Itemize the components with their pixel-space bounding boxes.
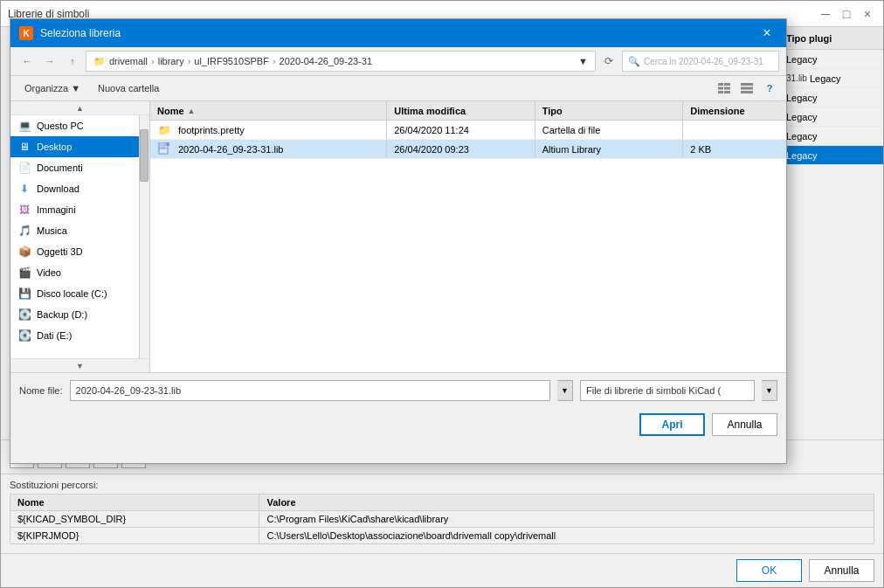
annulla-button[interactable]: Annulla bbox=[712, 413, 777, 436]
svg-rect-11 bbox=[741, 83, 753, 86]
apri-button[interactable]: Apri bbox=[639, 413, 705, 436]
sidebar-item-dati[interactable]: 💽 Dati (E:) bbox=[10, 325, 149, 346]
path-table-section: Sostituzioni percorsi: Nome Valore ${KIC… bbox=[1, 474, 883, 553]
path-part-3: 2020-04-26_09-23-31 bbox=[280, 56, 372, 66]
path-part-2: ul_IRF9510SPBF bbox=[194, 56, 269, 66]
path-name-0: ${KICAD_SYMBOL_DIR} bbox=[10, 511, 259, 528]
path-row-0: ${KICAD_SYMBOL_DIR} C:\Program Files\KiC… bbox=[10, 511, 874, 528]
svg-rect-12 bbox=[741, 87, 753, 90]
cancel-outer-button[interactable]: Annulla bbox=[809, 559, 874, 582]
folder-file-icon: 📁 bbox=[157, 123, 171, 137]
nav-bar: ← → ↑ 📁 drivemall › library › ul_IRF9510… bbox=[10, 47, 786, 76]
oggetti3d-icon: 📦 bbox=[17, 245, 31, 259]
forward-button[interactable]: → bbox=[40, 52, 59, 71]
file-type-col-0: Cartella di file bbox=[535, 121, 684, 139]
sidebar-item-download[interactable]: ⬇ Download bbox=[10, 178, 149, 199]
sidebar-item-label: Documenti bbox=[37, 163, 83, 173]
ok-button[interactable]: OK bbox=[736, 559, 802, 582]
sidebar-item-label: Immagini bbox=[37, 204, 76, 215]
table-row: 31.lib Legacy bbox=[779, 69, 883, 88]
dialog-close-button[interactable]: × bbox=[756, 23, 777, 44]
filetype-dropdown-btn[interactable]: ▼ bbox=[762, 380, 777, 401]
sidebar-item-label: Disco locale (C:) bbox=[37, 288, 107, 299]
svg-rect-15 bbox=[159, 142, 165, 149]
sidebar-scroll-down[interactable]: ▼ bbox=[10, 358, 149, 372]
immagini-icon: 🖼 bbox=[17, 203, 31, 217]
path-part-0: drivemall bbox=[109, 56, 148, 66]
help-button[interactable]: ? bbox=[760, 79, 779, 98]
dialog-app-icon: K bbox=[19, 26, 33, 40]
sidebar-item-oggetti3d[interactable]: 📦 Oggetti 3D bbox=[10, 241, 149, 262]
dati-icon: 💽 bbox=[17, 329, 31, 342]
file-name-col-0: 📁 footprints.pretty bbox=[150, 121, 387, 139]
col-name[interactable]: Nome ▲ bbox=[150, 101, 387, 120]
file-list-area: Nome ▲ Ultima modifica Tipo Dimensione 📁… bbox=[150, 101, 786, 372]
organizza-toolbar: Organizza ▼ Nuova cartella bbox=[10, 76, 786, 101]
path-value-0: C:\Program Files\KiCad\share\kicad\libra… bbox=[259, 511, 874, 528]
table-row: Legacy bbox=[779, 88, 883, 107]
col-type[interactable]: Tipo bbox=[535, 101, 684, 120]
col-value-header: Valore bbox=[259, 495, 874, 511]
video-icon: 🎬 bbox=[17, 266, 31, 280]
sidebar-item-video[interactable]: 🎬 Video bbox=[10, 262, 149, 283]
sidebar-item-label: Dati (E:) bbox=[37, 330, 72, 341]
view-details-button[interactable] bbox=[737, 79, 756, 98]
col-date[interactable]: Ultima modifica bbox=[387, 101, 535, 120]
sidebar-item-label: Musica bbox=[37, 225, 67, 236]
sidebar-scroll-up[interactable]: ▲ bbox=[10, 101, 149, 115]
sidebar-item-immagini[interactable]: 🖼 Immagini bbox=[10, 199, 149, 220]
seleziona-libreria-dialog: K Seleziona libreria × ← → ↑ 📁 drivemall… bbox=[10, 18, 787, 464]
nuova-cartella-button[interactable]: Nuova cartella bbox=[91, 81, 166, 95]
file-row-1[interactable]: 2020-04-26_09-23-31.lib 26/04/2020 09:23… bbox=[150, 140, 786, 159]
sidebar-item-label: Backup (D:) bbox=[37, 309, 87, 320]
sidebar-scroll-thumb[interactable] bbox=[140, 129, 148, 182]
sidebar-item-disco-locale[interactable]: 💾 Disco locale (C:) bbox=[10, 283, 149, 304]
organizza-button[interactable]: Organizza ▼ bbox=[17, 81, 87, 95]
dialog-title: Seleziona libreria bbox=[40, 27, 756, 39]
refresh-button[interactable]: ⟳ bbox=[599, 52, 618, 71]
file-list-header: Nome ▲ Ultima modifica Tipo Dimensione bbox=[150, 101, 786, 121]
up-button[interactable]: ↑ bbox=[63, 52, 82, 71]
col-size[interactable]: Dimensione bbox=[683, 101, 786, 120]
path-value-1: C:\Users\Lello\Desktop\associazione\boar… bbox=[259, 528, 874, 544]
bottom-buttons: OK Annulla bbox=[1, 553, 883, 587]
svg-rect-7 bbox=[718, 87, 723, 90]
sidebar-item-questo-pc[interactable]: 💻 Questo PC bbox=[10, 115, 149, 136]
backup-icon: 💽 bbox=[17, 308, 31, 322]
dialog-action-row: Apri Annulla bbox=[10, 408, 786, 441]
outer-minimize-button[interactable]: ─ bbox=[817, 5, 834, 23]
path-dropdown-btn[interactable]: ▼ bbox=[578, 56, 588, 66]
back-button[interactable]: ← bbox=[17, 52, 37, 71]
filename-dropdown-btn[interactable]: ▼ bbox=[557, 380, 573, 401]
address-bar[interactable]: 📁 drivemall › library › ul_IRF9510SPBF ›… bbox=[86, 51, 596, 72]
sidebar-item-label: Download bbox=[37, 183, 79, 194]
filetype-select[interactable]: File di librerie di simboli KiCad ( bbox=[580, 380, 755, 401]
path-folder-icon: 📁 bbox=[93, 56, 106, 67]
filename-input[interactable]: 2020-04-26_09-23-31.lib bbox=[70, 380, 550, 401]
sidebar-item-backup[interactable]: 💽 Backup (D:) bbox=[10, 304, 149, 325]
right-table: Tipo plugi Legacy 31.lib Legacy Legacy L… bbox=[778, 27, 883, 439]
search-icon: 🔍 bbox=[628, 56, 640, 67]
view-controls: ? bbox=[715, 79, 779, 98]
view-list-button[interactable] bbox=[715, 79, 734, 98]
sidebar-item-documenti[interactable]: 📄 Documenti bbox=[10, 157, 149, 178]
download-icon: ⬇ bbox=[17, 182, 31, 196]
file-row-0[interactable]: 📁 footprints.pretty 26/04/2020 11:24 Car… bbox=[150, 121, 786, 140]
file-date-col-1: 26/04/2020 09:23 bbox=[387, 140, 535, 158]
sidebar-scrollbar[interactable] bbox=[139, 115, 149, 358]
file-type-col-1: Altium Library bbox=[535, 140, 684, 158]
outer-close-button[interactable]: × bbox=[859, 5, 876, 23]
outer-maximize-button[interactable]: □ bbox=[838, 5, 855, 23]
table-row: Legacy bbox=[779, 107, 883, 127]
sidebar-item-musica[interactable]: 🎵 Musica bbox=[10, 220, 149, 241]
svg-rect-10 bbox=[724, 91, 730, 93]
table-row: Legacy bbox=[779, 50, 883, 69]
col-name-header: Nome bbox=[10, 495, 259, 511]
sidebar-item-desktop[interactable]: 🖥 Desktop bbox=[10, 136, 149, 157]
dialog-body: ▲ 💻 Questo PC 🖥 Desktop 📄 Documenti ⬇ Do… bbox=[10, 101, 786, 372]
svg-rect-13 bbox=[741, 91, 753, 93]
table-row-selected: Legacy bbox=[779, 146, 883, 165]
pc-icon: 💻 bbox=[17, 119, 31, 133]
search-bar[interactable]: 🔍 Cerca in 2020-04-26_09-23-31 bbox=[622, 51, 779, 72]
outer-titlebar-controls: ─ □ × bbox=[817, 5, 876, 23]
